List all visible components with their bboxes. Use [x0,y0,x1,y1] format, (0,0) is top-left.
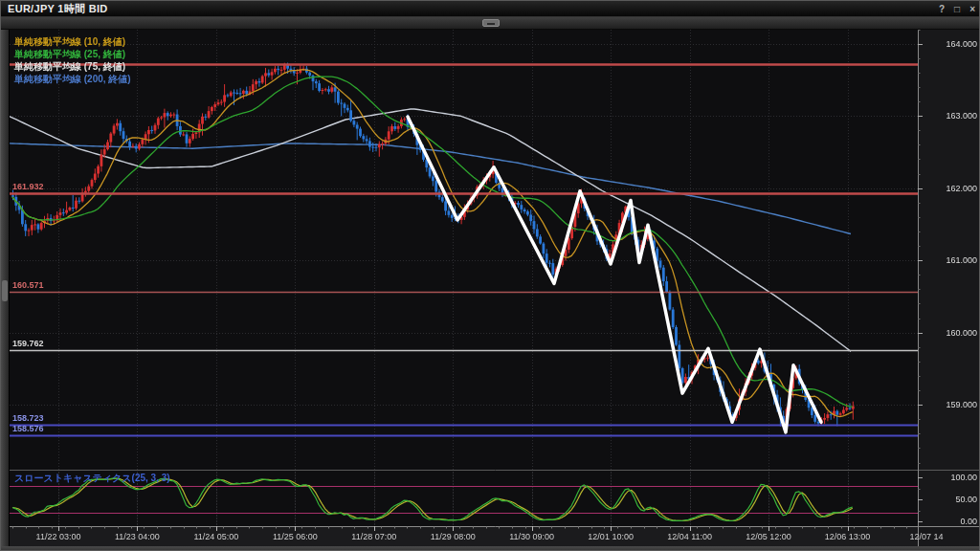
left-panel-strip [1,30,10,546]
maximize-icon[interactable]: □ [954,1,960,17]
toolbar-collapse-handle[interactable] [482,19,500,27]
close-icon[interactable]: × [969,1,975,17]
window-title: EUR/JPY 1時間 BID [1,2,108,16]
title-bar: EUR/JPY 1時間 BID ? □ × [1,1,980,17]
window-bottom-frame [1,546,980,551]
toolbar [1,17,980,30]
chart-window: EUR/JPY 1時間 BID ? □ × 単純移動平均線 (10, 終値)単純… [0,0,980,551]
panel-resize-handle[interactable] [2,280,8,301]
help-icon[interactable]: ? [939,1,945,17]
window-controls: ? □ × [939,1,975,17]
price-chart-canvas[interactable] [1,1,980,551]
